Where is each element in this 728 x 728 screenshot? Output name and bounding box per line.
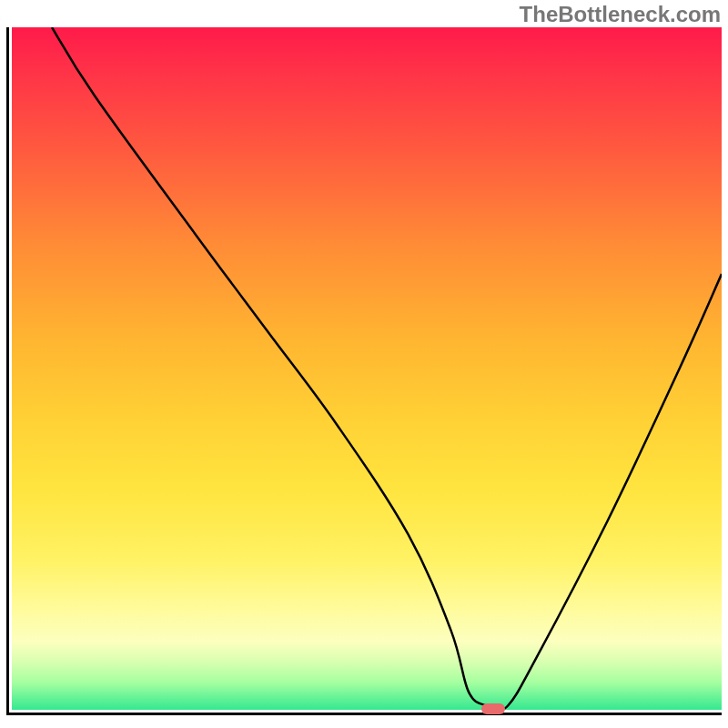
optimal-point-marker: [481, 703, 505, 714]
curve-layer: [9, 27, 722, 713]
watermark-label: TheBottleneck.com: [520, 2, 721, 27]
plot-area: [6, 27, 722, 715]
bottleneck-curve-path: [52, 27, 722, 710]
bottleneck-chart: TheBottleneck.com: [0, 0, 728, 728]
